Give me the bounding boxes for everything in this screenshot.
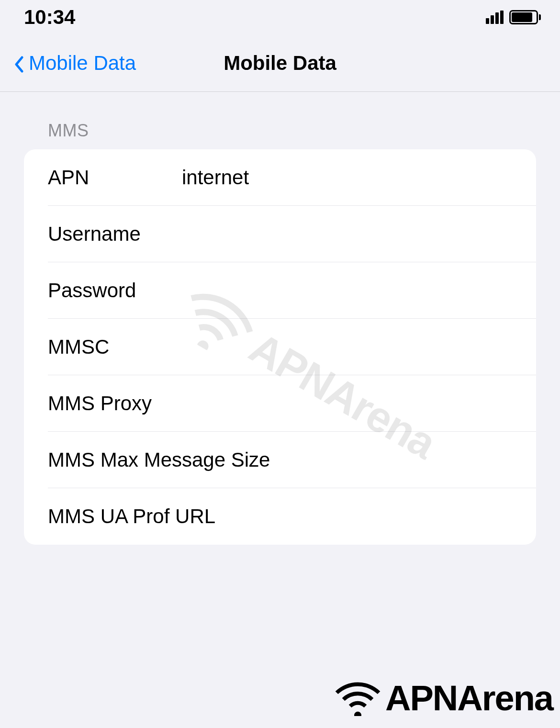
- back-button[interactable]: Mobile Data: [14, 52, 136, 75]
- wifi-icon: [335, 680, 381, 716]
- mms-max-size-row[interactable]: MMS Max Message Size: [24, 432, 536, 488]
- mms-proxy-label: MMS Proxy: [48, 392, 182, 415]
- mms-proxy-input[interactable]: [182, 392, 512, 415]
- apn-row[interactable]: APN: [24, 149, 536, 206]
- username-input[interactable]: [182, 223, 512, 246]
- page-title: Mobile Data: [224, 52, 336, 75]
- mms-max-size-label: MMS Max Message Size: [48, 448, 270, 471]
- mms-ua-prof-label: MMS UA Prof URL: [48, 505, 215, 528]
- mms-proxy-row[interactable]: MMS Proxy: [24, 375, 536, 432]
- apn-input[interactable]: [182, 166, 512, 189]
- password-row[interactable]: Password: [24, 262, 536, 319]
- watermark-bottom-text: APNArena: [385, 678, 553, 718]
- mms-ua-prof-row[interactable]: MMS UA Prof URL: [24, 488, 536, 545]
- status-bar: 10:34: [0, 0, 560, 34]
- watermark-bottom: APNArena: [335, 678, 553, 718]
- section-header-mms: MMS: [24, 121, 536, 149]
- password-label: Password: [48, 279, 182, 302]
- status-time: 10:34: [24, 6, 75, 29]
- battery-icon: [509, 10, 541, 24]
- back-button-label: Mobile Data: [29, 52, 136, 75]
- mmsc-label: MMSC: [48, 336, 182, 358]
- settings-group: APN Username Password MMSC MMS Proxy MMS…: [24, 149, 536, 545]
- apn-label: APN: [48, 166, 182, 189]
- chevron-left-icon: [14, 55, 24, 71]
- content: MMS APN Username Password MMSC MMS Proxy…: [0, 92, 560, 545]
- password-input[interactable]: [182, 279, 512, 302]
- mms-ua-prof-input[interactable]: [215, 505, 512, 528]
- navigation-bar: Mobile Data Mobile Data: [0, 34, 560, 92]
- cellular-signal-icon: [486, 11, 504, 24]
- status-right: [486, 10, 541, 24]
- mmsc-row[interactable]: MMSC: [24, 319, 536, 375]
- mms-max-size-input[interactable]: [270, 448, 523, 471]
- mmsc-input[interactable]: [182, 336, 512, 358]
- username-row[interactable]: Username: [24, 206, 536, 262]
- username-label: Username: [48, 223, 182, 246]
